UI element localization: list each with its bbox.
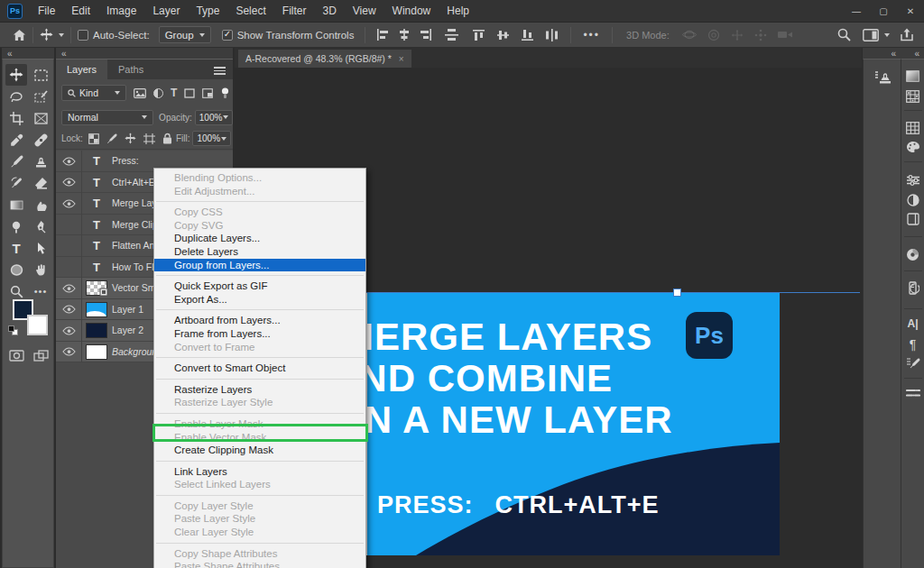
filter-smart-object-icon[interactable] [202,88,213,98]
smudge-tool[interactable] [30,194,51,215]
menu-item[interactable]: Rasterize Layers [154,383,365,397]
menu-item[interactable]: Copy SVG [154,219,365,233]
brushes-icon[interactable] [901,387,924,399]
path-select-tool[interactable] [30,237,51,259]
tool-dropdown-caret[interactable] [59,33,64,37]
distribute-h-icon[interactable] [445,29,458,41]
visibility-toggle[interactable] [56,320,82,342]
pen-tool[interactable] [30,215,51,237]
menu-item[interactable]: Rasterize Layer Style [154,396,365,409]
more-options-icon[interactable]: ••• [583,29,600,41]
eyedropper-tool[interactable] [5,129,27,151]
maximize-button[interactable]: ▢ [870,0,897,23]
eraser-tool[interactable] [30,172,51,194]
share-icon[interactable] [901,28,913,41]
menu-item[interactable]: Blending Options... [154,171,365,185]
visibility-toggle[interactable] [56,172,82,194]
menu-layer[interactable]: Layer [144,0,188,23]
hand-tool[interactable] [30,259,51,280]
marquee-tool[interactable] [30,64,51,86]
lock-all-icon[interactable] [162,133,172,144]
layer-name[interactable]: How To Fla [112,257,159,279]
paragraph-icon[interactable]: ¶ [901,337,924,352]
filter-pixel-icon[interactable] [134,88,146,98]
lasso-tool[interactable] [5,86,27,107]
fill-select[interactable]: 100% [192,131,231,146]
layer-name[interactable]: Press: [112,151,139,172]
visibility-toggle[interactable] [56,193,82,215]
menu-item-group-from-layers[interactable]: Group from Layers... [154,259,365,272]
type-tool[interactable]: T [5,237,27,259]
panel-menu-icon[interactable] [214,67,226,77]
tab-close-icon[interactable]: × [399,54,404,64]
lock-position-icon[interactable] [125,133,136,144]
collapse-toolbar-header[interactable]: « [2,48,54,59]
align-center-h-icon[interactable] [398,29,411,41]
menu-file[interactable]: File [30,0,63,23]
workspace-icon[interactable] [863,29,890,41]
menu-edit[interactable]: Edit [63,0,98,23]
layer-thumbnail[interactable] [86,344,107,360]
menu-item[interactable]: Paste Layer Style [154,512,365,526]
collapse-dock-a-header[interactable]: « [863,48,901,59]
transform-handle[interactable] [673,289,681,297]
history-icon[interactable] [901,281,924,295]
align-left-icon[interactable] [376,29,389,41]
menu-select[interactable]: Select [227,0,273,23]
visibility-toggle[interactable] [56,151,82,172]
crop-tool[interactable] [5,107,27,129]
group-select[interactable]: Group [159,26,211,43]
dodge-tool[interactable] [5,215,27,237]
close-button[interactable]: ✕ [897,0,924,23]
menu-image[interactable]: Image [98,0,144,23]
object-selection-tool[interactable] [30,86,51,107]
layer-name[interactable]: Layer 1 [112,299,143,321]
clone-stamp-tool[interactable] [30,151,51,172]
menu-view[interactable]: View [345,0,384,23]
swatches-icon[interactable] [901,122,924,134]
menu-item[interactable]: Create Clipping Mask [154,444,365,457]
healing-brush-tool[interactable] [30,129,51,151]
menu-item[interactable]: Copy CSS [154,206,365,219]
gradient-tool[interactable] [5,194,27,215]
filter-type-icon[interactable]: T [171,87,177,99]
menu-item[interactable]: Delete Layers [154,245,365,259]
opacity-select[interactable]: 100% [195,110,233,125]
auto-select-checkbox[interactable] [78,30,88,41]
menu-item[interactable]: Frame from Layers... [154,327,365,341]
menu-item[interactable]: Export As... [154,293,365,307]
quick-mask-icon[interactable] [5,344,27,366]
shape-tool[interactable] [5,259,27,280]
menu-window[interactable]: Window [384,0,439,23]
frame-tool[interactable] [30,107,51,129]
libraries-icon[interactable] [901,213,924,225]
search-icon[interactable] [837,28,851,41]
visibility-toggle[interactable] [56,215,82,236]
menu-item[interactable]: Paste Shape Attributes [154,560,365,568]
filter-toggle[interactable] [221,87,229,99]
lock-artboard-icon[interactable] [143,133,155,144]
menu-item[interactable]: Convert to Smart Object [154,362,365,375]
menu-item[interactable]: Select Linked Layers [154,478,365,491]
brush-tool[interactable] [5,151,27,172]
clone-source-icon[interactable] [864,70,901,86]
layer-name[interactable]: Ctrl+Alt+E [112,172,155,194]
menu-item[interactable]: Copy Shape Attributes [154,547,365,561]
visibility-toggle[interactable] [56,299,82,321]
menu-item[interactable]: Clear Layer Style [154,526,365,539]
properties-icon[interactable] [901,174,924,187]
filter-shape-icon[interactable] [184,88,195,98]
layer-thumbnail[interactable] [86,302,107,317]
kind-filter-select[interactable]: Kind [61,85,126,101]
adjustments-icon[interactable] [901,194,924,206]
document-tab[interactable]: A-Recovered @ 48.3% (RGB/8#) * × [238,50,411,68]
menu-item[interactable]: Copy Layer Style [154,499,365,513]
brush-settings-icon[interactable] [901,357,924,370]
menu-type[interactable]: Type [188,0,227,23]
layer-thumbnail[interactable] [86,323,107,338]
align-right-icon[interactable] [420,29,432,41]
move-tool[interactable] [5,64,27,86]
align-middle-icon[interactable] [497,29,509,41]
filter-adjustment-icon[interactable] [153,88,163,98]
default-colors-icon[interactable] [8,325,18,335]
